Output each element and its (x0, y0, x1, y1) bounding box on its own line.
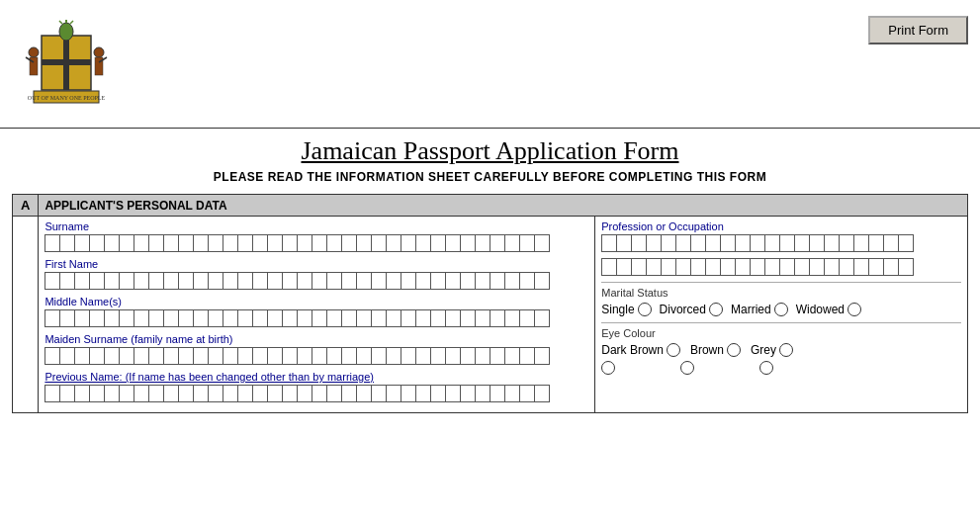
char-box[interactable] (490, 347, 505, 365)
char-box[interactable] (223, 347, 238, 365)
char-box[interactable] (868, 258, 884, 276)
char-box[interactable] (148, 272, 164, 290)
char-box[interactable] (297, 385, 312, 402)
char-box[interactable] (312, 234, 327, 252)
char-box[interactable] (809, 234, 825, 252)
char-box[interactable] (45, 309, 60, 327)
char-box[interactable] (178, 385, 194, 402)
char-box[interactable] (223, 234, 238, 252)
char-box[interactable] (45, 385, 60, 402)
char-box[interactable] (430, 347, 446, 365)
char-box[interactable] (735, 258, 751, 276)
previous-name-label[interactable]: Previous Name: (If name has been changed… (45, 371, 588, 383)
char-box[interactable] (475, 234, 490, 252)
char-box[interactable] (519, 272, 535, 290)
char-box[interactable] (178, 272, 194, 290)
char-box[interactable] (504, 234, 520, 252)
char-box[interactable] (193, 234, 209, 252)
char-box[interactable] (74, 385, 90, 402)
char-box[interactable] (252, 385, 268, 402)
char-box[interactable] (616, 234, 632, 252)
char-box[interactable] (104, 385, 120, 402)
char-box[interactable] (371, 309, 387, 327)
char-box[interactable] (341, 309, 357, 327)
char-box[interactable] (134, 272, 149, 290)
char-box[interactable] (134, 385, 149, 402)
char-box[interactable] (534, 234, 550, 252)
char-box[interactable] (401, 385, 416, 402)
char-box[interactable] (504, 272, 520, 290)
char-box[interactable] (104, 234, 120, 252)
radio-divorced[interactable] (709, 303, 723, 316)
char-box[interactable] (764, 234, 780, 252)
char-box[interactable] (504, 347, 520, 365)
char-box[interactable] (430, 234, 446, 252)
char-box[interactable] (386, 309, 401, 327)
char-box[interactable] (119, 309, 134, 327)
char-box[interactable] (839, 234, 854, 252)
char-box[interactable] (163, 234, 179, 252)
char-box[interactable] (371, 385, 387, 402)
char-box[interactable] (475, 272, 490, 290)
char-box[interactable] (223, 309, 238, 327)
char-box[interactable] (267, 309, 283, 327)
char-box[interactable] (371, 347, 387, 365)
char-box[interactable] (883, 234, 899, 252)
char-box[interactable] (178, 347, 194, 365)
char-box[interactable] (282, 385, 298, 402)
char-box[interactable] (297, 272, 312, 290)
char-box[interactable] (134, 347, 149, 365)
char-box[interactable] (193, 385, 209, 402)
char-box[interactable] (868, 234, 884, 252)
char-box[interactable] (74, 234, 90, 252)
char-box[interactable] (460, 347, 476, 365)
char-box[interactable] (646, 258, 662, 276)
char-box[interactable] (223, 385, 238, 402)
char-box[interactable] (460, 272, 476, 290)
char-box[interactable] (853, 258, 869, 276)
char-box[interactable] (460, 309, 476, 327)
char-box[interactable] (267, 347, 283, 365)
radio-eye-6[interactable] (759, 361, 773, 375)
char-box[interactable] (430, 309, 446, 327)
char-box[interactable] (59, 385, 75, 402)
char-box[interactable] (430, 385, 446, 402)
char-box[interactable] (341, 234, 357, 252)
char-box[interactable] (386, 272, 401, 290)
char-box[interactable] (326, 234, 342, 252)
char-box[interactable] (415, 347, 431, 365)
char-box[interactable] (45, 347, 60, 365)
char-box[interactable] (824, 234, 840, 252)
char-box[interactable] (475, 309, 490, 327)
char-box[interactable] (297, 234, 312, 252)
char-box[interactable] (601, 258, 617, 276)
char-box[interactable] (371, 272, 387, 290)
char-box[interactable] (705, 234, 721, 252)
char-box[interactable] (631, 234, 647, 252)
char-box[interactable] (148, 309, 164, 327)
char-box[interactable] (193, 309, 209, 327)
char-box[interactable] (534, 272, 550, 290)
char-box[interactable] (237, 234, 253, 252)
char-box[interactable] (267, 234, 283, 252)
char-box[interactable] (119, 347, 134, 365)
char-box[interactable] (89, 272, 105, 290)
char-box[interactable] (312, 309, 327, 327)
radio-grey[interactable] (779, 343, 793, 357)
char-box[interactable] (794, 234, 810, 252)
char-box[interactable] (59, 347, 75, 365)
char-box[interactable] (720, 258, 736, 276)
char-box[interactable] (208, 309, 223, 327)
char-box[interactable] (661, 258, 676, 276)
char-box[interactable] (59, 234, 75, 252)
radio-eye-4[interactable] (601, 361, 615, 375)
char-box[interactable] (208, 272, 223, 290)
char-box[interactable] (134, 309, 149, 327)
char-box[interactable] (445, 385, 461, 402)
char-box[interactable] (163, 272, 179, 290)
char-box[interactable] (490, 272, 505, 290)
char-box[interactable] (705, 258, 721, 276)
char-box[interactable] (839, 258, 854, 276)
char-box[interactable] (386, 385, 401, 402)
char-box[interactable] (490, 309, 505, 327)
